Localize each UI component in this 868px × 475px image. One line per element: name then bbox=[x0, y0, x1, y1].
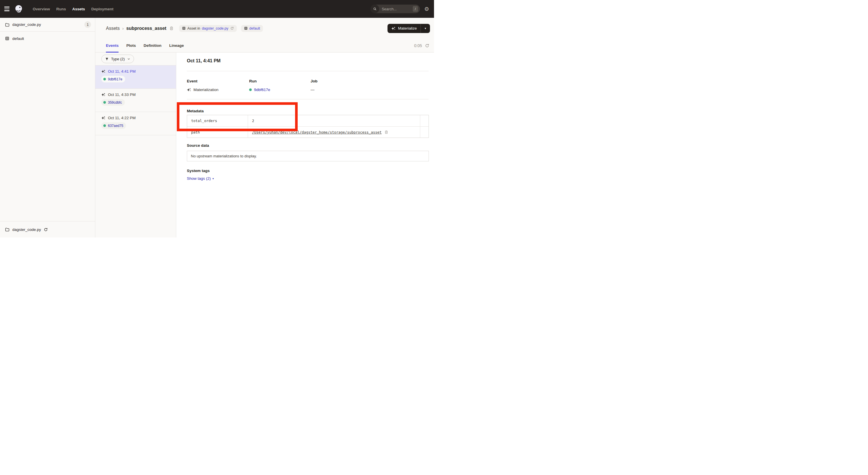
run-id-link[interactable]: 9dbf617e bbox=[108, 77, 122, 81]
run-id-link[interactable]: 359cdbfc bbox=[108, 100, 122, 105]
refresh-timer: 0:05 bbox=[414, 43, 422, 48]
run-status-dot bbox=[103, 78, 106, 81]
copy-asset-name-button[interactable] bbox=[169, 26, 174, 31]
caret-down-icon: ▾ bbox=[212, 177, 214, 180]
type-filter-button[interactable]: Type (2) bbox=[101, 55, 134, 63]
copy-path-button[interactable] bbox=[384, 130, 389, 135]
job-column-label: Job bbox=[311, 79, 429, 84]
job-value: — bbox=[311, 87, 315, 92]
event-list-item[interactable]: Oct 11, 4:33 PM 359cdbfc bbox=[95, 89, 176, 112]
tab-definition[interactable]: Definition bbox=[144, 39, 161, 52]
run-id-link[interactable]: 637aed75 bbox=[108, 124, 123, 128]
breadcrumb: Assets › subprocess_asset Asset in dagst… bbox=[95, 18, 434, 39]
run-tag[interactable]: 9dbf617e bbox=[101, 76, 125, 82]
search-input[interactable]: Search... / bbox=[371, 5, 420, 13]
settings-gear-icon[interactable]: ⚙ bbox=[424, 6, 429, 12]
search-placeholder: Search... bbox=[382, 7, 413, 11]
event-date: Oct 11, 4:33 PM bbox=[108, 92, 136, 97]
asset-definition-tag[interactable]: Asset in dagster_code.py bbox=[179, 25, 237, 32]
sidebar-item-label: default bbox=[12, 36, 24, 41]
materialization-sparkle-icon bbox=[101, 69, 105, 73]
caret-down-icon: ▾ bbox=[425, 27, 426, 30]
materialize-button[interactable]: Materialize bbox=[388, 24, 421, 33]
events-list-panel: Type (2) Oct 11, 4:41 PM 9dbf617e bbox=[95, 53, 176, 237]
nav-item-overview[interactable]: Overview bbox=[30, 7, 53, 11]
sidebar-footer-code-location[interactable]: dagster_code.py bbox=[0, 221, 95, 237]
materialization-sparkle-icon bbox=[101, 92, 105, 97]
sidebar-footer-label: dagster_code.py bbox=[12, 228, 41, 232]
search-shortcut-badge: / bbox=[413, 6, 418, 12]
nav-item-assets[interactable]: Assets bbox=[69, 7, 88, 11]
empty-message: No upstream materializations to display. bbox=[191, 154, 257, 158]
asset-group-icon bbox=[5, 36, 9, 41]
event-column-label: Event bbox=[187, 79, 249, 84]
tag-prefix: Asset in bbox=[187, 26, 200, 30]
sidebar-item-code-location[interactable]: dagster_code.py 1 bbox=[0, 18, 95, 32]
materialize-split-button: Materialize ▾ bbox=[388, 24, 430, 33]
event-type-value: Materialization bbox=[193, 87, 218, 92]
tab-events[interactable]: Events bbox=[106, 39, 119, 52]
search-icon bbox=[371, 5, 379, 13]
run-status-dot bbox=[249, 88, 252, 91]
run-status-dot bbox=[103, 124, 106, 127]
materialize-label: Materialize bbox=[398, 26, 417, 30]
run-id-link[interactable]: 9dbf617e bbox=[254, 87, 270, 92]
asset-header: Assets › subprocess_asset Asset in dagst… bbox=[95, 18, 434, 53]
source-data-heading: Source data bbox=[187, 143, 429, 148]
type-filter-label: Type (2) bbox=[111, 57, 125, 61]
asset-count-badge: 1 bbox=[84, 21, 91, 28]
nav-item-runs[interactable]: Runs bbox=[53, 7, 69, 11]
run-tag[interactable]: 637aed75 bbox=[101, 122, 126, 129]
metadata-heading: Metadata bbox=[187, 109, 429, 113]
run-column-label: Run bbox=[249, 79, 311, 84]
reload-code-location-icon[interactable] bbox=[43, 228, 48, 232]
path-link[interactable]: /Users/yuhan/dev/local/dagster_home/stor… bbox=[252, 130, 382, 135]
asset-group-tag[interactable]: default bbox=[241, 25, 263, 32]
asset-group-link[interactable]: default bbox=[249, 26, 260, 30]
event-list-item[interactable]: Oct 11, 4:22 PM 637aed75 bbox=[95, 112, 176, 135]
funnel-icon bbox=[105, 57, 109, 61]
tab-lineage[interactable]: Lineage bbox=[169, 39, 184, 52]
breadcrumb-separator: › bbox=[122, 26, 124, 31]
asset-group-icon bbox=[244, 26, 248, 30]
event-detail-title: Oct 11, 4:41 PM bbox=[187, 58, 429, 64]
folder-icon bbox=[5, 227, 9, 232]
run-tag[interactable]: 359cdbfc bbox=[101, 99, 125, 106]
sidebar-item-label: dagster_code.py bbox=[12, 22, 41, 27]
sidebar-item-default-group[interactable]: default bbox=[0, 32, 95, 46]
tab-plots[interactable]: Plots bbox=[126, 39, 136, 52]
asset-tabs: Events Plots Definition Lineage 0:05 bbox=[95, 39, 434, 52]
code-location-link[interactable]: dagster_code.py bbox=[202, 26, 228, 30]
materialization-sparkle-icon bbox=[187, 88, 191, 92]
materialize-dropdown-caret[interactable]: ▾ bbox=[421, 24, 430, 33]
event-date: Oct 11, 4:41 PM bbox=[108, 69, 136, 73]
top-nav: Overview Runs Assets Deployment Search..… bbox=[0, 0, 434, 18]
filter-area: Type (2) bbox=[95, 53, 176, 65]
sidebar: dagster_code.py 1 default dagster_code.p… bbox=[0, 18, 95, 237]
run-status-dot bbox=[103, 101, 106, 104]
system-tags-heading: System tags bbox=[187, 168, 429, 173]
source-data-box: No upstream materializations to display. bbox=[187, 151, 429, 161]
event-list-item[interactable]: Oct 11, 4:41 PM 9dbf617e bbox=[95, 65, 176, 89]
folder-icon bbox=[5, 22, 9, 27]
dagster-logo[interactable] bbox=[14, 4, 23, 13]
metadata-row: total_orders 2 bbox=[187, 115, 429, 126]
event-detail-panel: Oct 11, 4:41 PM Event Run Job Materializ… bbox=[176, 53, 434, 237]
metadata-table: total_orders 2 path /Users/yuhan/dev/loc… bbox=[187, 115, 429, 138]
hamburger-menu-button[interactable] bbox=[4, 7, 9, 11]
metadata-row: path /Users/yuhan/dev/local/dagster_home… bbox=[187, 126, 429, 138]
show-tags-toggle[interactable]: Show tags (2) ▾ bbox=[187, 176, 214, 181]
event-date: Oct 11, 4:22 PM bbox=[108, 116, 136, 120]
event-summary-grid: Event Run Job Materialization 9dbf617e — bbox=[187, 79, 429, 92]
reload-icon[interactable] bbox=[230, 26, 234, 30]
metadata-value: 2 bbox=[248, 115, 420, 126]
refresh-icon[interactable] bbox=[425, 43, 429, 48]
breadcrumb-assets-link[interactable]: Assets bbox=[106, 26, 120, 31]
metadata-key: total_orders bbox=[187, 115, 248, 126]
sparkle-icon bbox=[391, 26, 396, 31]
materialization-sparkle-icon bbox=[101, 116, 105, 120]
nav-item-deployment[interactable]: Deployment bbox=[88, 7, 117, 11]
chevron-down-icon bbox=[127, 57, 130, 61]
asset-grid-icon bbox=[182, 26, 186, 30]
metadata-key: path bbox=[187, 127, 248, 138]
